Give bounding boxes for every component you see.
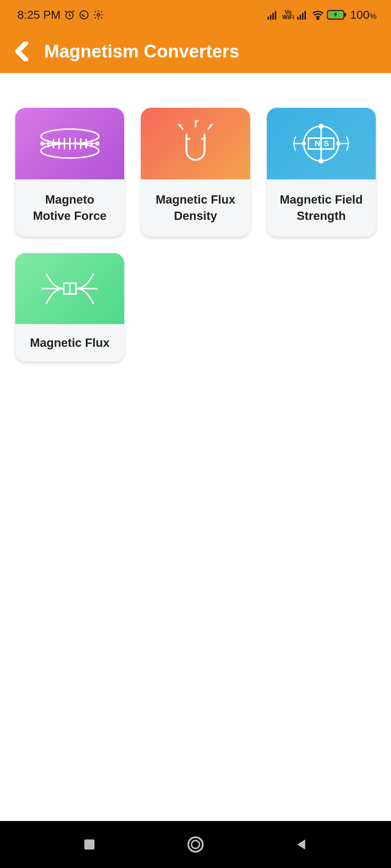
status-time: 8:25 PM xyxy=(17,8,60,22)
svg-point-35 xyxy=(192,841,199,848)
triangle-left-icon xyxy=(294,837,309,852)
svg-rect-7 xyxy=(297,17,299,20)
nav-back-button[interactable] xyxy=(289,832,314,857)
gear-icon xyxy=(93,9,104,20)
svg-point-1 xyxy=(80,11,88,19)
svg-rect-6 xyxy=(275,11,276,20)
status-bar: 8:25 PM Vo WiFi xyxy=(0,0,391,30)
wifi-icon xyxy=(312,10,324,20)
card-top xyxy=(15,253,124,324)
battery-icon xyxy=(327,9,347,20)
svg-point-2 xyxy=(97,13,100,16)
svg-text:N: N xyxy=(315,139,320,148)
card-magnetic-field-strength[interactable]: N S Magnetic Field Strength xyxy=(267,108,376,237)
svg-point-27 xyxy=(319,124,323,128)
card-label: Magnetic Flux xyxy=(15,324,124,362)
alarm-icon xyxy=(64,9,75,20)
svg-rect-8 xyxy=(300,15,301,20)
svg-rect-10 xyxy=(304,11,306,20)
battery-value: 100 xyxy=(350,8,369,21)
circle-icon xyxy=(186,835,205,854)
status-left: 8:25 PM xyxy=(17,8,104,22)
whatsapp-icon xyxy=(79,9,89,20)
card-label: Magnetic Field Strength xyxy=(267,179,376,237)
app-bar: Magnetism Converters xyxy=(0,30,391,73)
card-magnetic-flux-density[interactable]: Magnetic Flux Density xyxy=(141,108,250,237)
svg-point-17 xyxy=(41,142,44,145)
battery-percent: 100% xyxy=(350,8,377,22)
svg-rect-4 xyxy=(270,15,272,20)
status-right: Vo WiFi 100% xyxy=(268,8,377,22)
battery-suffix: % xyxy=(369,12,377,21)
svg-rect-3 xyxy=(268,17,269,20)
system-nav-bar xyxy=(0,821,391,868)
svg-rect-13 xyxy=(344,13,346,17)
svg-point-30 xyxy=(337,142,340,145)
content-area: Magneto Motive Force Magnetic Flux Densi… xyxy=(0,73,391,868)
card-magnetic-flux[interactable]: Magnetic Flux xyxy=(15,253,124,362)
card-top xyxy=(15,108,124,179)
page-title: Magnetism Converters xyxy=(44,41,239,62)
svg-point-28 xyxy=(319,159,323,163)
svg-text:S: S xyxy=(324,139,329,148)
card-magneto-motive-force[interactable]: Magneto Motive Force xyxy=(15,108,124,237)
nav-home-button[interactable] xyxy=(183,832,208,857)
vowifi-icon: Vo WiFi xyxy=(282,10,294,20)
card-top: N S xyxy=(267,108,376,179)
svg-rect-9 xyxy=(302,13,303,20)
card-label: Magnetic Flux Density xyxy=(141,179,250,237)
signal-icon xyxy=(268,10,279,20)
svg-point-34 xyxy=(188,837,203,852)
card-grid: Magneto Motive Force Magnetic Flux Densi… xyxy=(15,108,376,362)
flux-lines-icon xyxy=(35,263,104,314)
svg-point-29 xyxy=(302,142,305,145)
chevron-left-icon xyxy=(13,42,30,61)
ns-field-icon: N S xyxy=(287,118,356,169)
card-label: Magneto Motive Force xyxy=(15,179,124,237)
signal-icon-2 xyxy=(297,10,309,20)
back-button[interactable] xyxy=(11,41,33,62)
square-icon xyxy=(82,837,97,852)
svg-point-11 xyxy=(317,18,319,20)
wifi-label: WiFi xyxy=(282,15,294,20)
svg-point-18 xyxy=(96,142,99,145)
magnet-icon xyxy=(168,116,223,171)
nav-recent-button[interactable] xyxy=(77,832,102,857)
svg-rect-5 xyxy=(273,13,274,20)
coil-icon xyxy=(34,120,106,167)
card-top xyxy=(141,108,250,179)
svg-rect-33 xyxy=(84,839,94,850)
